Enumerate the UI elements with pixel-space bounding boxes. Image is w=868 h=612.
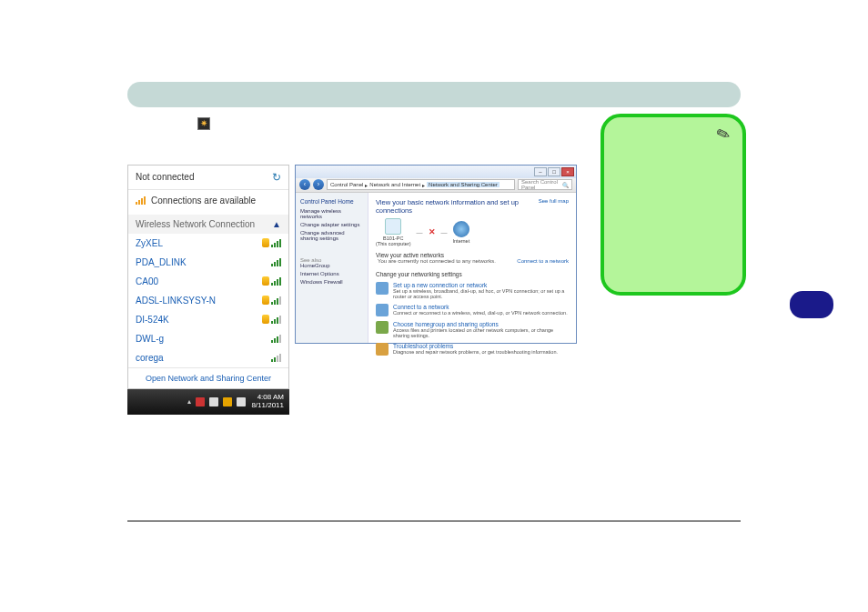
link-desc: Access files and printers located on oth… <box>393 327 569 338</box>
open-network-sharing-link[interactable]: Open Network and Sharing Center <box>128 367 288 388</box>
link-title: Troubleshoot problems <box>393 343 558 349</box>
note-callout: ✎ <box>601 114 746 296</box>
setup-connection-link[interactable]: Set up a new connection or networkSet up… <box>376 282 569 299</box>
breadcrumb[interactable]: Control Panel ▸ Network and Internet ▸ N… <box>327 179 515 190</box>
this-pc-icon <box>385 218 401 235</box>
wireless-flyout: Not connected ↻ Connections are availabl… <box>127 165 289 389</box>
search-placeholder: Search Control Panel <box>521 179 560 190</box>
close-button[interactable]: × <box>561 167 574 176</box>
network-item[interactable]: DI-524K <box>128 310 288 329</box>
internet-globe-icon <box>453 221 469 237</box>
setup-icon <box>376 282 389 295</box>
tray-chevron-icon[interactable]: ▴ <box>187 397 191 406</box>
lock-icon <box>262 296 269 305</box>
network-list: ZyXEL PDA_DLINK CA00 ADSL-LINKSYSY-N <box>128 234 288 367</box>
lock-icon <box>262 238 269 247</box>
sidebar-link-manage-wireless[interactable]: Manage wireless networks <box>300 208 363 219</box>
signal-icon <box>271 257 281 266</box>
wireless-section-label: Wireless Network Connection <box>136 219 255 229</box>
control-panel-sidebar: Control Panel Home Manage wireless netwo… <box>296 193 368 343</box>
address-bar-row: ‹ › Control Panel ▸ Network and Internet… <box>296 178 576 193</box>
side-tab <box>790 291 833 318</box>
network-item[interactable]: CA00 <box>128 272 288 291</box>
troubleshoot-option[interactable]: Troubleshoot problemsDiagnose and repair… <box>376 343 569 356</box>
signal-icon <box>271 276 281 286</box>
taskbar-clock[interactable]: 4:08 AM 8/11/2011 <box>251 394 284 410</box>
signal-icon <box>271 315 281 324</box>
connections-available: Connections are available <box>128 190 288 215</box>
breadcrumb-segment-active: Network and Sharing Center <box>427 182 500 187</box>
forward-button[interactable]: › <box>313 179 324 190</box>
see-also-homegroup[interactable]: HomeGroup <box>300 263 363 268</box>
lock-icon <box>262 315 269 324</box>
link-title: Set up a new connection or network <box>393 282 569 288</box>
link-desc: Connect or reconnect to a wireless, wire… <box>393 310 568 316</box>
window-titlebar: – □ × <box>296 166 576 178</box>
homegroup-option[interactable]: Choose homegroup and sharing optionsAcce… <box>376 321 569 338</box>
signal-icon <box>271 238 281 247</box>
lock-icon <box>262 276 269 286</box>
signal-bars-icon <box>136 196 146 205</box>
network-name: corega <box>136 353 164 363</box>
volume-icon[interactable] <box>237 397 246 406</box>
breadcrumb-segment: Control Panel <box>330 182 363 187</box>
signal-icon <box>271 296 281 305</box>
sidebar-home-link[interactable]: Control Panel Home <box>300 198 363 205</box>
wireless-section-header[interactable]: Wireless Network Connection ▲ <box>128 215 288 234</box>
flyout-status: Not connected <box>136 172 195 182</box>
network-item[interactable]: PDA_DLINK <box>128 253 288 272</box>
homegroup-icon <box>376 321 389 334</box>
refresh-icon[interactable]: ↻ <box>272 171 281 184</box>
troubleshoot-icon <box>376 343 389 356</box>
network-name: ZyXEL <box>136 238 163 248</box>
minimize-button[interactable]: – <box>534 167 547 176</box>
sidebar-link-adapter-settings[interactable]: Change adapter settings <box>300 222 363 227</box>
back-button[interactable]: ‹ <box>299 179 310 190</box>
network-map: B101-PC (This computer) — ✕ — Internet <box>376 218 569 246</box>
network-item[interactable]: ZyXEL <box>128 234 288 253</box>
breadcrumb-segment: Network and Internet <box>369 182 420 187</box>
taskbar: ▴ 4:08 AM 8/11/2011 <box>127 389 289 415</box>
network-icon[interactable] <box>223 397 232 406</box>
map-dash: — <box>441 229 448 236</box>
battery-icon[interactable] <box>209 397 218 406</box>
network-name: CA00 <box>136 276 158 286</box>
action-center-icon[interactable] <box>196 397 205 406</box>
network-item[interactable]: ADSL-LINKSYSY-N <box>128 291 288 310</box>
link-title: Choose homegroup and sharing options <box>393 321 569 327</box>
see-also-firewall[interactable]: Windows Firewall <box>300 279 363 285</box>
footer-divider <box>127 520 741 522</box>
clock-date: 8/11/2011 <box>251 402 284 410</box>
search-input[interactable]: Search Control Panel 🔍 <box>518 179 572 190</box>
link-desc: Diagnose and repair network problems, or… <box>393 349 558 355</box>
network-name: DI-524K <box>136 315 169 325</box>
internet-label: Internet <box>453 238 470 244</box>
network-item[interactable]: DWL-g <box>128 329 288 348</box>
link-desc: Set up a wireless, broadband, dial-up, a… <box>393 288 569 299</box>
sidebar-link-sharing-settings[interactable]: Change advanced sharing settings <box>300 230 363 241</box>
see-also-internet-options[interactable]: Internet Options <box>300 271 363 276</box>
breadcrumb-sep: ▸ <box>365 182 368 188</box>
see-full-map-link[interactable]: See full map <box>539 198 569 204</box>
connect-icon <box>376 304 389 316</box>
active-networks-head: View your active networks <box>376 252 569 258</box>
breadcrumb-sep: ▸ <box>422 182 425 188</box>
maximize-button[interactable]: □ <box>548 167 560 176</box>
network-name: PDA_DLINK <box>136 257 187 267</box>
network-sharing-center-window: – □ × ‹ › Control Panel ▸ Network and In… <box>295 165 577 344</box>
map-dash: — <box>417 229 423 236</box>
instr-suffix: ) in the notification area and click Ope… <box>215 117 519 128</box>
network-name: DWL-g <box>136 334 164 344</box>
search-icon: 🔍 <box>562 182 569 188</box>
disconnected-x-icon: ✕ <box>429 227 436 236</box>
chevron-up-icon: ▲ <box>272 219 281 229</box>
signal-icon <box>271 334 281 343</box>
wireless-flyout-screenshot: Not connected ↻ Connections are availabl… <box>127 165 289 415</box>
network-tray-star-icon <box>197 117 210 130</box>
connect-network-option[interactable]: Connect to a networkConnect or reconnect… <box>376 304 569 316</box>
connect-network-link[interactable]: Connect to a network <box>517 258 569 264</box>
control-panel-main: See full map View your basic network inf… <box>368 193 576 343</box>
pen-icon: ✎ <box>713 123 733 146</box>
section-banner <box>127 82 741 107</box>
network-item[interactable]: corega <box>128 348 288 367</box>
